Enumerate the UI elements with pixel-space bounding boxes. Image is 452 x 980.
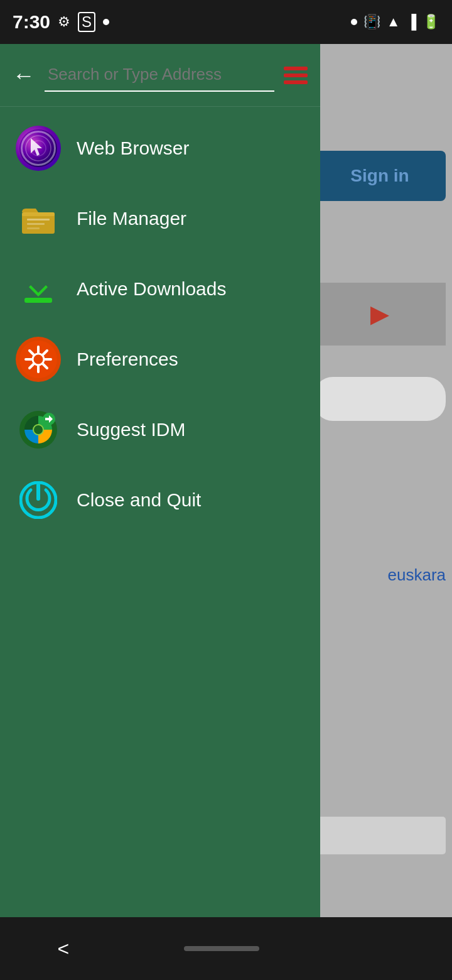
suggest-idm-svg	[19, 411, 57, 449]
euskara-link[interactable]: euskara	[388, 565, 446, 585]
active-downloads-icon	[16, 266, 61, 312]
status-bar: 7:30 ⚙ S 📳 ▲ ▐ 🔋	[0, 0, 452, 44]
web-browser-svg	[19, 129, 57, 167]
svg-rect-5	[22, 212, 55, 216]
close-quit-svg	[19, 481, 57, 519]
menu-item-preferences[interactable]: Preferences	[0, 324, 320, 395]
svg-marker-3	[31, 138, 42, 156]
arrow-icon: ►	[364, 296, 396, 332]
menu-item-web-browser[interactable]: Web Browser	[0, 113, 320, 183]
active-downloads-svg	[19, 270, 57, 308]
drawer-header: ←	[0, 44, 320, 107]
preferences-label: Preferences	[77, 349, 178, 370]
hamburger-line-2	[284, 74, 308, 77]
svg-rect-10	[24, 298, 52, 303]
vibrate-icon: 📳	[363, 14, 380, 30]
signal-icon: ▐	[406, 14, 416, 30]
wifi-icon: ▲	[387, 14, 401, 30]
file-manager-label: File Manager	[77, 208, 186, 229]
arrow-area: ►	[314, 283, 446, 346]
hamburger-button[interactable]	[284, 67, 308, 84]
active-downloads-label: Active Downloads	[77, 278, 226, 300]
preferences-svg	[19, 340, 57, 378]
suggest-idm-icon	[16, 407, 61, 452]
menu-item-file-manager[interactable]: File Manager	[0, 183, 320, 254]
input-area[interactable]	[314, 377, 446, 421]
menu-item-close-quit[interactable]: Close and Quit	[0, 465, 320, 535]
battery-icon: 🔋	[422, 14, 439, 30]
web-browser-icon	[16, 126, 61, 171]
file-manager-icon	[16, 196, 61, 241]
svg-point-16	[33, 354, 44, 365]
file-manager-svg	[19, 200, 57, 237]
settings-icon: ⚙	[58, 14, 70, 30]
status-left: 7:30 ⚙ S	[13, 11, 109, 33]
svg-point-1	[26, 136, 51, 161]
menu-item-suggest-idm[interactable]: Suggest IDM	[0, 395, 320, 465]
signal-dot	[351, 19, 357, 25]
dot-icon	[103, 19, 109, 25]
shield-icon: S	[78, 12, 95, 32]
svg-point-0	[19, 129, 57, 167]
status-right: 📳 ▲ ▐ 🔋	[351, 14, 439, 30]
svg-rect-7	[27, 223, 45, 225]
drawer-back-button[interactable]: ←	[13, 62, 35, 89]
sign-in-area: Sign in	[314, 151, 446, 201]
drawer-menu: ←	[0, 44, 320, 936]
svg-rect-6	[27, 219, 50, 220]
svg-rect-8	[27, 227, 40, 229]
svg-point-2	[31, 141, 46, 156]
hamburger-line-3	[284, 80, 308, 84]
menu-list: Web Browser File Manager	[0, 107, 320, 542]
preferences-icon	[16, 337, 61, 382]
suggest-idm-label: Suggest IDM	[77, 419, 185, 440]
bottom-input-area	[314, 817, 446, 854]
menu-item-active-downloads[interactable]: Active Downloads	[0, 254, 320, 324]
status-time: 7:30	[13, 11, 50, 33]
close-quit-icon	[16, 477, 61, 523]
nav-back-button[interactable]: <	[58, 937, 70, 961]
sign-in-button[interactable]: Sign in	[350, 166, 409, 186]
hamburger-line-1	[284, 67, 308, 70]
nav-bar: <	[0, 917, 452, 980]
web-browser-label: Web Browser	[77, 138, 190, 159]
svg-marker-9	[29, 275, 48, 297]
close-quit-label: Close and Quit	[77, 489, 201, 511]
search-input[interactable]	[45, 58, 274, 92]
nav-home-indicator[interactable]	[184, 946, 259, 951]
svg-point-19	[33, 425, 43, 435]
